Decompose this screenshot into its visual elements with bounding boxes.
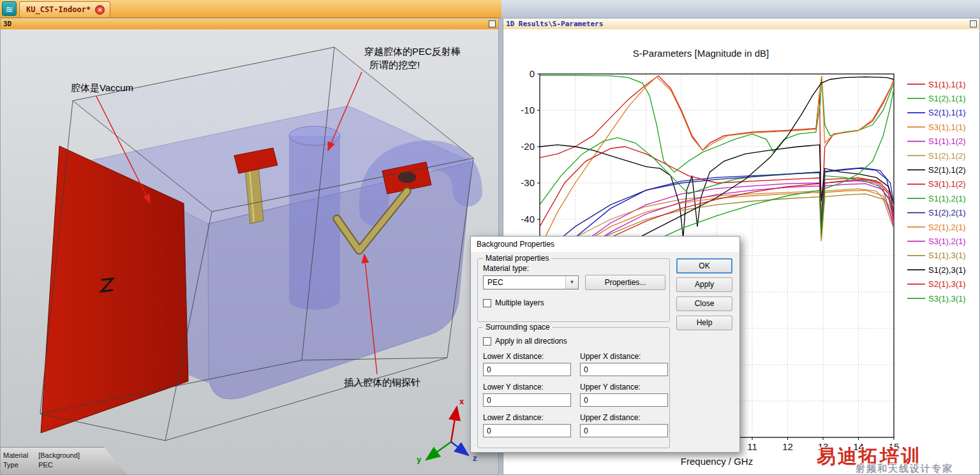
svg-text:-10: -10 bbox=[521, 105, 535, 115]
legend-item-S2(1),1(1): S2(1),1(1) bbox=[928, 108, 966, 117]
lower-y-label: Lower Y distance: bbox=[483, 383, 544, 391]
apply-button[interactable]: Apply bbox=[676, 277, 732, 292]
legend-item-S3(1),3(1): S3(1),3(1) bbox=[928, 294, 966, 303]
1d-window-titlebar: 1D Results\S-Parameters bbox=[503, 18, 979, 29]
status-background-value: [Background] bbox=[38, 451, 80, 460]
svg-text:11: 11 bbox=[747, 441, 757, 452]
1d-window-restore-button[interactable] bbox=[970, 20, 977, 27]
material-type-value: PEC bbox=[487, 278, 503, 287]
ok-button[interactable]: OK bbox=[676, 258, 732, 274]
chart-legend: S1(1),1(1)S1(2),1(1)S2(1),1(1)S3(1),1(1)… bbox=[907, 80, 966, 303]
y-axis-label: y bbox=[417, 455, 422, 464]
svg-text:12: 12 bbox=[782, 441, 793, 452]
legend-item-S1(1),2(1): S1(1),2(1) bbox=[928, 194, 966, 203]
z-axis-arrow bbox=[451, 442, 468, 455]
material-properties-group: Material properties Material type: PEC ▼… bbox=[477, 258, 670, 322]
legend-item-S3(1),1(2): S3(1),1(2) bbox=[928, 179, 966, 189]
apply-all-directions-row[interactable]: Apply in all directions bbox=[483, 337, 567, 346]
combobox-dropdown-icon[interactable]: ▼ bbox=[565, 276, 578, 289]
chart-title: S-Parameters [Magnitude in dB] bbox=[633, 48, 769, 59]
close-button[interactable]: Close bbox=[676, 296, 732, 311]
apply-all-directions-checkbox[interactable] bbox=[483, 337, 491, 346]
apply-all-directions-label: Apply in all directions bbox=[495, 337, 567, 346]
annotation-pec-rod-2: 所谓的挖空! bbox=[369, 59, 420, 70]
legend-item-S1(2),1(2): S1(2),1(2) bbox=[928, 151, 966, 161]
material-type-combobox[interactable]: PEC ▼ bbox=[483, 275, 579, 289]
coordinate-axes: x y z bbox=[417, 397, 477, 464]
status-type-label: Type bbox=[3, 460, 28, 470]
legend-item-S2(1),2(1): S2(1),2(1) bbox=[928, 223, 966, 232]
lower-z-label: Lower Z distance: bbox=[483, 413, 544, 422]
legend-item-S1(2),3(1): S1(2),3(1) bbox=[928, 265, 966, 275]
tab-bar-right-area bbox=[501, 0, 980, 18]
tab-ku-cst-indoor[interactable]: KU_CST-Indoor* ✕ bbox=[19, 1, 110, 17]
material-properties-group-label: Material properties bbox=[483, 254, 551, 263]
tab-close-icon[interactable]: ✕ bbox=[95, 5, 105, 15]
tab-title: KU_CST-Indoor* bbox=[26, 5, 91, 14]
svg-text:-30: -30 bbox=[521, 177, 535, 188]
surrounding-space-group: Surrounding space Apply in all direction… bbox=[477, 327, 670, 448]
multiple-layers-checkbox[interactable] bbox=[483, 299, 491, 307]
z-axis-label: z bbox=[473, 453, 477, 463]
lower-x-input[interactable] bbox=[483, 363, 571, 376]
watermark-tagline: 射频和天线设计专家 bbox=[856, 463, 953, 475]
x-axis-label: x bbox=[459, 397, 464, 406]
background-properties-dialog[interactable]: Background Properties Material propertie… bbox=[470, 236, 740, 453]
legend-item-S2(1),1(2): S2(1),1(2) bbox=[928, 165, 966, 175]
legend-item-S1(1),1(2): S1(1),1(2) bbox=[928, 136, 966, 146]
upper-z-label: Upper Z distance: bbox=[580, 413, 641, 422]
annotation-vacuum: 腔体是Vaccum bbox=[71, 82, 133, 93]
y-axis-arrow bbox=[426, 442, 451, 460]
legend-item-S1(2),2(1): S1(2),2(1) bbox=[928, 208, 966, 217]
legend-item-S1(2),1(1): S1(2),1(1) bbox=[928, 94, 966, 103]
x-axis-arrow bbox=[451, 407, 457, 442]
pec-rod-cylinder[interactable] bbox=[289, 126, 340, 310]
3d-window-title: 3D bbox=[3, 20, 11, 28]
legend-item-S2(1),3(1): S2(1),3(1) bbox=[928, 279, 966, 289]
multiple-layers-row[interactable]: Multiple layers bbox=[483, 298, 544, 307]
3d-window-titlebar: 3D bbox=[1, 18, 498, 29]
legend-item-S1(1),3(1): S1(1),3(1) bbox=[928, 251, 966, 260]
svg-text:-20: -20 bbox=[521, 141, 535, 152]
series-S1(1),1(1) bbox=[540, 76, 894, 227]
upper-x-label: Upper X distance: bbox=[580, 352, 641, 361]
svg-text:-40: -40 bbox=[521, 214, 535, 224]
status-pec-value: PEC bbox=[38, 460, 80, 470]
legend-item-S3(1),2(1): S3(1),2(1) bbox=[928, 237, 966, 246]
properties-button[interactable]: Properties... bbox=[585, 275, 665, 290]
annotation-pec-rod-1: 穿越腔体的PEC反射棒 bbox=[364, 46, 461, 57]
1d-window-title: 1D Results\S-Parameters bbox=[506, 20, 603, 28]
dialog-title[interactable]: Background Properties bbox=[471, 237, 739, 252]
3d-window-restore-button[interactable] bbox=[489, 20, 496, 27]
lower-z-input[interactable] bbox=[483, 424, 571, 437]
3d-window: 3D bbox=[0, 18, 499, 475]
app-logo-icon: ≋ bbox=[2, 1, 17, 16]
3d-scene[interactable]: 腔体是Vaccum 穿越腔体的PEC反射棒 所谓的挖空! 插入腔体的铜探针 x … bbox=[1, 29, 498, 474]
help-button[interactable]: Help bbox=[676, 316, 732, 330]
3d-viewport[interactable]: 腔体是Vaccum 穿越腔体的PEC反射棒 所谓的挖空! 插入腔体的铜探针 x … bbox=[1, 29, 498, 474]
upper-y-input[interactable] bbox=[580, 393, 668, 407]
svg-text:0: 0 bbox=[530, 68, 535, 79]
lower-x-label: Lower X distance: bbox=[483, 352, 544, 361]
legend-item-S3(1),1(1): S3(1),1(1) bbox=[928, 122, 966, 132]
x-axis-title: Frequency / GHz bbox=[681, 456, 753, 467]
upper-x-input[interactable] bbox=[580, 363, 668, 376]
upper-z-input[interactable] bbox=[580, 424, 668, 437]
multiple-layers-label: Multiple layers bbox=[495, 298, 544, 307]
status-material-label: Material bbox=[3, 451, 28, 460]
surrounding-space-group-label: Surrounding space bbox=[483, 323, 553, 332]
annotation-probe: 插入腔体的铜探针 bbox=[344, 377, 420, 388]
material-type-label: Material type: bbox=[483, 264, 529, 273]
upper-y-label: Upper Y distance: bbox=[580, 383, 641, 391]
legend-item-S1(1),1(1): S1(1),1(1) bbox=[928, 80, 966, 89]
lower-y-input[interactable] bbox=[483, 393, 571, 407]
